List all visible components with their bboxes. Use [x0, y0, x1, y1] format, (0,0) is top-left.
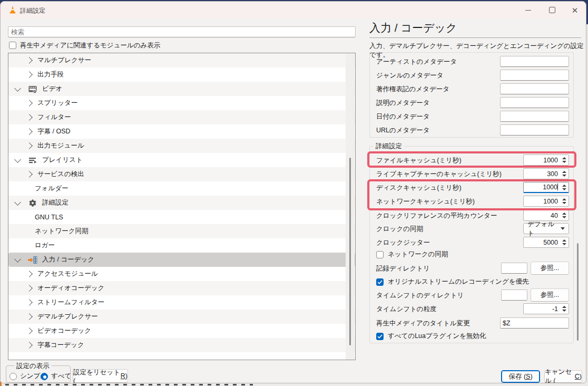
tree-item[interactable]: ストリームフィルター [8, 295, 355, 310]
network-sync-checkbox[interactable] [376, 251, 384, 258]
title-format-input[interactable]: $Z [500, 317, 569, 329]
spin-down-icon[interactable] [562, 188, 566, 190]
spin-up-icon[interactable] [562, 198, 566, 200]
timeshift-granularity-spinbox[interactable]: -1 [523, 303, 569, 314]
spinner-buttons[interactable] [560, 237, 569, 247]
spin-up-icon[interactable] [562, 239, 566, 242]
file-cache-spinbox[interactable]: 1000 [523, 155, 569, 166]
chevron-down-icon[interactable] [14, 199, 21, 206]
tree-item[interactable]: 字幕コーデック [8, 338, 355, 352]
tree-item[interactable]: デマルチプレクサー [8, 310, 355, 324]
radio-all-circle[interactable] [41, 373, 48, 380]
artist-meta-input[interactable] [500, 56, 569, 67]
description-meta-input[interactable] [500, 97, 569, 108]
chevron-right-icon[interactable] [26, 100, 33, 107]
date-meta-input[interactable] [500, 111, 569, 122]
chevron-right-icon[interactable] [26, 271, 33, 277]
tree-scrollbar[interactable] [346, 54, 355, 360]
tree-item[interactable]: アクセスモジュール [8, 267, 355, 281]
chevron-right-icon[interactable] [26, 114, 33, 121]
chevron-right-icon[interactable] [26, 285, 33, 292]
tree-item[interactable]: 出力モジュール [8, 139, 355, 153]
chevron-down-icon[interactable] [14, 156, 21, 163]
copyright-meta-input[interactable] [500, 83, 569, 94]
chevron-right-icon[interactable] [26, 57, 33, 64]
reset-settings-button[interactable]: 設定をリセット (R) [73, 369, 128, 383]
tree-item[interactable]: 詳細設定 [8, 196, 355, 210]
spin-up-icon[interactable] [562, 213, 566, 215]
spin-down-icon[interactable] [562, 202, 566, 204]
tree-scrollbar-thumb[interactable] [349, 158, 351, 345]
spin-down-icon[interactable] [562, 243, 566, 245]
tree-item[interactable]: GNU TLS [8, 210, 355, 224]
spin-up-icon[interactable] [562, 171, 566, 173]
chevron-right-icon[interactable] [26, 71, 33, 78]
tree-item[interactable]: オーディオコーデック [8, 281, 355, 295]
clock-jitter-spinbox[interactable]: 5000 [523, 237, 569, 248]
spinner-buttons[interactable] [560, 304, 569, 314]
spin-down-icon[interactable] [562, 310, 566, 312]
tree-item-label: 出力手段 [37, 70, 64, 79]
live-cache-spinbox[interactable]: 300 [523, 168, 569, 179]
live-cache-label: ライブキャプチャーのキャッシュ(ミリ秒) [376, 170, 502, 179]
cancel-button[interactable]: キャンセル (C) [544, 370, 582, 383]
clock-sync-dropdown[interactable]: デフォルト [523, 223, 569, 234]
chevron-right-icon[interactable] [26, 327, 33, 334]
disc-cache-spinbox[interactable]: 1000 [523, 182, 569, 193]
filter-modules-checkbox-row[interactable]: 再生中メディアに関連するモジュールのみ表示 [9, 41, 160, 50]
record-dir-browse-button[interactable]: 参照... [531, 262, 569, 275]
network-cache-spinbox[interactable]: 1000 [523, 196, 569, 207]
search-input[interactable] [8, 26, 356, 37]
minimize-button[interactable] [516, 2, 540, 18]
close-button[interactable]: ✕ [563, 2, 586, 18]
tree-item[interactable]: 字幕 / OSD [8, 124, 355, 139]
tree-item[interactable]: ロガー [8, 238, 355, 253]
lua-disable-checkbox-row[interactable]: すべてのLuaプラグインを無効化 [376, 332, 486, 341]
spinner-buttons[interactable] [560, 169, 569, 179]
url-meta-input[interactable] [500, 124, 569, 136]
chevron-right-icon[interactable] [26, 342, 33, 349]
save-button[interactable]: 保存 (S) [501, 370, 540, 383]
spinner-buttons[interactable] [560, 210, 569, 220]
tree-item-selected[interactable]: 入力 / コーデック [8, 253, 355, 267]
tree-item[interactable]: プレイリスト [8, 153, 355, 167]
tree-item[interactable]: フォルダー [8, 181, 355, 196]
tree-item[interactable]: ビデオ [8, 82, 355, 96]
spin-up-icon[interactable] [562, 157, 566, 159]
genre-meta-input[interactable] [500, 70, 569, 81]
filter-modules-checkbox[interactable] [9, 42, 16, 49]
radio-all[interactable]: すべて [41, 372, 71, 381]
chevron-right-icon[interactable] [26, 142, 33, 149]
tree-item[interactable]: ビデオコーデック [8, 324, 355, 338]
record-dir-input[interactable] [501, 263, 527, 274]
chevron-right-icon[interactable] [26, 171, 33, 178]
maximize-button[interactable] [540, 2, 564, 18]
spin-down-icon[interactable] [562, 161, 566, 163]
radio-simple-circle[interactable] [9, 373, 17, 380]
prefer-original-checkbox[interactable] [376, 278, 384, 286]
chevron-right-icon[interactable] [26, 299, 33, 306]
spinner-buttons[interactable] [560, 182, 569, 192]
spin-up-icon[interactable] [562, 185, 566, 187]
spinner-buttons[interactable] [560, 196, 569, 206]
lua-disable-checkbox[interactable] [376, 333, 384, 340]
chevron-right-icon[interactable] [26, 313, 33, 320]
tree-item[interactable]: フィルター [8, 110, 355, 124]
chevron-down-icon[interactable] [14, 256, 21, 263]
timeshift-dir-browse-button[interactable]: 参照... [531, 288, 569, 302]
spin-down-icon[interactable] [562, 216, 566, 218]
spinner-buttons[interactable] [560, 155, 569, 165]
spin-down-icon[interactable] [562, 175, 566, 177]
spin-up-icon[interactable] [562, 306, 566, 308]
timeshift-dir-input[interactable] [501, 290, 527, 301]
chevron-down-icon[interactable] [14, 85, 21, 92]
tree-item[interactable]: スプリッター [8, 96, 355, 110]
tree-item[interactable]: マルチプレクサー [8, 53, 355, 67]
tree-item[interactable]: ネットワーク同期 [8, 224, 355, 238]
tree-item[interactable]: サービスの検出 [8, 167, 355, 181]
network-sync-checkbox-row[interactable]: ネットワークの同期 [376, 250, 448, 259]
panel-scrollbar-thumb[interactable] [577, 243, 579, 341]
chevron-right-icon[interactable] [26, 128, 33, 135]
prefer-original-checkbox-row[interactable]: オリジナルストリームのレコーディングを優先 [376, 277, 528, 286]
tree-item[interactable]: 出力手段 [8, 67, 355, 82]
